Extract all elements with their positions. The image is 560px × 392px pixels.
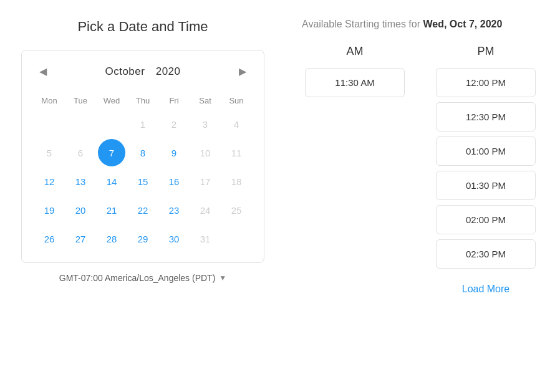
next-month-button[interactable]: ▶ <box>234 63 251 80</box>
calendar-day[interactable]: 16 <box>160 168 188 195</box>
calendar-day[interactable]: 27 <box>67 225 94 252</box>
calendar-day[interactable]: 13 <box>67 168 94 195</box>
calendar-day <box>36 110 63 138</box>
calendar-day: 24 <box>191 196 219 224</box>
calendar: ◀ October 2020 ▶ MonTueWedThuFriSatSun12… <box>21 50 264 263</box>
pm-time-slot[interactable]: 02:00 PM <box>436 205 536 234</box>
pm-time-slot[interactable]: 01:00 PM <box>436 136 536 166</box>
timezone-dropdown-icon: ▼ <box>219 274 226 282</box>
time-columns: AM 11:30 AM PM 12:00 PM12:30 PM01:00 PM0… <box>302 45 539 300</box>
calendar-day: 3 <box>191 110 219 138</box>
load-more-button[interactable]: Load More <box>450 279 523 300</box>
day-header: Mon <box>34 92 64 109</box>
calendar-day[interactable]: 28 <box>98 225 125 252</box>
calendar-day: 10 <box>191 139 219 166</box>
calendar-day[interactable]: 29 <box>129 225 157 252</box>
calendar-day <box>67 110 94 138</box>
calendar-day: 2 <box>160 110 188 138</box>
day-header: Thu <box>128 92 158 109</box>
calendar-grid: MonTueWedThuFriSatSun1234567891011121314… <box>34 92 251 252</box>
pm-time-slot[interactable]: 12:00 PM <box>436 68 536 97</box>
calendar-day: 4 <box>223 110 250 138</box>
calendar-day: 11 <box>223 139 250 166</box>
calendar-day[interactable]: 8 <box>129 139 157 166</box>
pm-time-slot[interactable]: 12:30 PM <box>436 102 536 131</box>
calendar-day[interactable]: 15 <box>129 168 157 195</box>
pm-slots-container: 12:00 PM12:30 PM01:00 PM01:30 PM02:00 PM… <box>436 68 536 274</box>
calendar-day <box>223 225 250 252</box>
prev-month-button[interactable]: ◀ <box>34 63 52 80</box>
day-header: Sat <box>190 92 220 109</box>
pm-time-slot[interactable]: 02:30 PM <box>436 239 536 269</box>
time-picker-title: Available Starting times for Wed, Oct 7,… <box>302 19 502 30</box>
day-header: Sun <box>221 92 251 109</box>
date-picker: Pick a Date and Time ◀ October 2020 ▶ Mo… <box>21 19 264 283</box>
calendar-month: October <box>105 65 145 77</box>
calendar-day: 25 <box>223 196 250 224</box>
main-container: Pick a Date and Time ◀ October 2020 ▶ Mo… <box>21 19 539 300</box>
timezone-label: GMT-07:00 America/Los_Angeles (PDT) <box>59 273 216 283</box>
calendar-day: 17 <box>191 168 219 195</box>
am-slots-container: 11:30 AM <box>305 68 405 102</box>
am-header: AM <box>347 45 364 58</box>
calendar-day[interactable]: 14 <box>98 168 125 195</box>
time-picker: Available Starting times for Wed, Oct 7,… <box>302 19 539 300</box>
day-header: Tue <box>65 92 95 109</box>
calendar-day[interactable]: 30 <box>160 225 188 252</box>
calendar-day: 6 <box>67 139 94 166</box>
calendar-header: ◀ October 2020 ▶ <box>34 60 251 82</box>
time-picker-title-prefix: Available Starting times for <box>302 19 423 29</box>
pm-header: PM <box>478 45 495 58</box>
calendar-day[interactable]: 26 <box>36 225 63 252</box>
time-picker-title-date: Wed, Oct 7, 2020 <box>423 19 502 29</box>
calendar-day[interactable]: 20 <box>67 196 94 224</box>
calendar-day[interactable]: 7 <box>98 139 125 166</box>
day-header: Wed <box>97 92 127 109</box>
pm-column: PM 12:00 PM12:30 PM01:00 PM01:30 PM02:00… <box>433 45 539 300</box>
calendar-day[interactable]: 22 <box>129 196 157 224</box>
timezone-selector[interactable]: GMT-07:00 America/Los_Angeles (PDT) ▼ <box>59 273 226 283</box>
calendar-day[interactable]: 23 <box>160 196 188 224</box>
calendar-day: 5 <box>36 139 63 166</box>
calendar-day[interactable]: 21 <box>98 196 125 224</box>
calendar-day: 18 <box>223 168 250 195</box>
calendar-day <box>98 110 125 138</box>
calendar-month-year: October 2020 <box>101 65 184 78</box>
calendar-day: 31 <box>191 225 219 252</box>
calendar-year: 2020 <box>156 65 181 77</box>
date-picker-title: Pick a Date and Time <box>77 19 208 35</box>
am-column: AM 11:30 AM <box>302 45 408 300</box>
pm-time-slot[interactable]: 01:30 PM <box>436 171 536 200</box>
am-time-slot[interactable]: 11:30 AM <box>305 68 405 97</box>
calendar-day: 1 <box>129 110 157 138</box>
calendar-day[interactable]: 19 <box>36 196 63 224</box>
calendar-day[interactable]: 12 <box>36 168 63 195</box>
calendar-day[interactable]: 9 <box>160 139 188 166</box>
day-header: Fri <box>159 92 189 109</box>
